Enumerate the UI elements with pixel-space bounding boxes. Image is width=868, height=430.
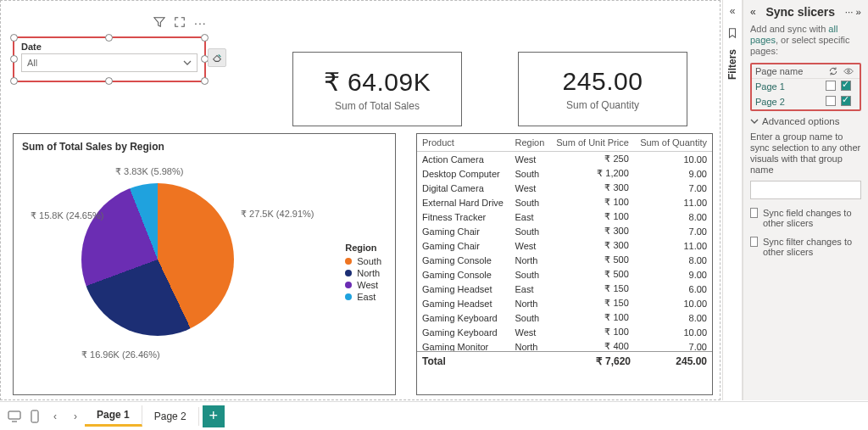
checkbox[interactable] (750, 237, 758, 247)
visible-checkbox[interactable] (841, 96, 851, 106)
filter-icon[interactable] (153, 16, 165, 30)
table-row[interactable]: Gaming Monitor North ₹ 400 7.00 (417, 339, 712, 351)
cell-unit-price: ₹ 100 (550, 310, 634, 325)
total-label: Total (422, 355, 554, 367)
resize-handle[interactable] (10, 34, 18, 42)
page-name[interactable]: Page 2 (755, 97, 826, 107)
table-scroll[interactable]: Product Region Sum of Unit Price Sum of … (417, 134, 712, 351)
table-row[interactable]: Gaming Console South ₹ 500 9.00 (417, 267, 712, 282)
page-tab[interactable]: Page 1 (85, 405, 142, 427)
more-icon[interactable]: ··· (194, 16, 207, 30)
table-header[interactable]: Sum of Quantity (634, 134, 712, 152)
legend-item[interactable]: East (345, 292, 381, 302)
cell-region: West (509, 238, 549, 253)
cell-product: Gaming Monitor (417, 339, 509, 351)
option-label: Sync filter changes to other slicers (763, 237, 861, 257)
table-row[interactable]: Gaming Chair South ₹ 300 7.00 (417, 224, 712, 238)
table-row[interactable]: Gaming Headset East ₹ 150 6.00 (417, 282, 712, 296)
resize-handle[interactable] (105, 34, 113, 42)
focus-mode-icon[interactable] (174, 16, 186, 30)
cell-unit-price: ₹ 300 (550, 181, 634, 195)
table-row[interactable]: Gaming Console North ₹ 500 8.00 (417, 253, 712, 267)
sync-checkbox[interactable] (826, 81, 836, 91)
table-header-row: Product Region Sum of Unit Price Sum of … (417, 134, 712, 152)
table-header[interactable]: Product (417, 134, 509, 152)
table-row[interactable]: Desktop Computer South ₹ 1,200 9.00 (417, 166, 712, 181)
legend-swatch (345, 258, 352, 265)
card-label: Sum of Total Sales (335, 100, 420, 112)
table-header[interactable]: Sum of Unit Price (550, 134, 634, 152)
cell-quantity: 8.00 (634, 209, 712, 224)
table-row[interactable]: Gaming Chair West ₹ 300 11.00 (417, 238, 712, 253)
cell-quantity: 7.00 (634, 224, 712, 238)
cell-region: North (509, 253, 549, 267)
next-page-icon[interactable]: › (66, 407, 85, 426)
cell-region: South (509, 267, 549, 282)
resize-handle[interactable] (10, 55, 18, 63)
table-row[interactable]: Gaming Headset North ₹ 150 10.00 (417, 296, 712, 310)
advanced-options-toggle[interactable]: Advanced options (750, 116, 861, 126)
cell-quantity: 11.00 (634, 195, 712, 209)
table-row[interactable]: Digital Camera West ₹ 300 7.00 (417, 181, 712, 195)
checkbox[interactable] (750, 208, 758, 218)
legend-swatch (345, 293, 352, 300)
date-slicer-visual[interactable]: Date All (13, 36, 206, 82)
page-name-header: Page name (755, 66, 826, 76)
legend-label: East (357, 292, 376, 302)
cell-unit-price: ₹ 1,200 (550, 166, 634, 181)
slicer-dropdown[interactable]: All (21, 53, 198, 72)
cell-quantity: 8.00 (634, 310, 712, 325)
collapse-icon[interactable]: « (750, 6, 756, 18)
card-total-sales[interactable]: ₹ 64.09K Sum of Total Sales (292, 52, 462, 126)
page-name[interactable]: Page 1 (755, 81, 826, 92)
sync-page-row: Page 1 (752, 79, 860, 94)
table-row[interactable]: Action Camera West ₹ 250 10.00 (417, 152, 712, 167)
visual-header-icons: ··· (153, 16, 207, 30)
table-row[interactable]: External Hard Drive South ₹ 100 11.00 (417, 195, 712, 209)
table-visual[interactable]: Product Region Sum of Unit Price Sum of … (416, 133, 713, 395)
report-canvas[interactable]: ··· Date All ₹ 64.09K Sum of Total Sales… (0, 0, 721, 400)
page-tab[interactable]: Page 2 (142, 407, 199, 426)
group-name-input[interactable] (750, 181, 861, 199)
expand-icon[interactable]: « (730, 5, 736, 17)
table-header[interactable]: Region (509, 134, 549, 152)
sync-field-option[interactable]: Sync field changes to other slicers (750, 208, 861, 228)
svg-rect-1 (8, 411, 20, 419)
visible-checkbox[interactable] (841, 81, 851, 91)
table-row[interactable]: Gaming Keyboard South ₹ 100 8.00 (417, 310, 712, 325)
bookmark-icon[interactable] (726, 27, 738, 39)
cell-unit-price: ₹ 100 (550, 325, 634, 339)
sync-checkbox[interactable] (826, 96, 836, 106)
cell-unit-price: ₹ 300 (550, 224, 634, 238)
resize-handle[interactable] (201, 77, 209, 85)
resize-handle[interactable] (10, 77, 18, 85)
clear-slicer-button[interactable] (208, 48, 226, 67)
pie-chart-visual[interactable]: Sum of Total Sales by Region ₹ 27.5K (42… (13, 133, 396, 395)
legend-item[interactable]: South (345, 256, 381, 266)
legend-item[interactable]: West (345, 280, 381, 290)
desktop-layout-icon[interactable] (5, 407, 24, 426)
filters-pane-collapsed[interactable]: « Filters (722, 0, 743, 400)
chevron-down-icon (750, 117, 759, 126)
add-page-button[interactable]: + (203, 405, 225, 427)
table-row[interactable]: Gaming Keyboard West ₹ 100 10.00 (417, 325, 712, 339)
resize-handle[interactable] (201, 34, 209, 42)
pane-more-icon[interactable]: ··· » (845, 7, 861, 17)
resize-handle[interactable] (105, 77, 113, 85)
card-quantity[interactable]: 245.00 Sum of Quantity (518, 52, 687, 126)
cell-region: North (509, 339, 549, 351)
legend-item[interactable]: North (345, 268, 381, 278)
chart-title: Sum of Total Sales by Region (22, 141, 387, 153)
card-label: Sum of Quantity (566, 99, 639, 111)
sync-filter-option[interactable]: Sync filter changes to other slicers (750, 237, 861, 257)
cell-unit-price: ₹ 100 (550, 195, 634, 209)
cell-product: Gaming Console (417, 267, 509, 282)
table-row[interactable]: Fitness Tracker East ₹ 100 8.00 (417, 209, 712, 224)
cell-region: South (509, 310, 549, 325)
pie-chart[interactable] (81, 183, 234, 336)
pie-data-label: ₹ 15.8K (24.65%) (31, 210, 104, 221)
prev-page-icon[interactable]: ‹ (46, 407, 64, 426)
mobile-layout-icon[interactable] (25, 407, 44, 426)
cell-product: Desktop Computer (417, 166, 509, 181)
option-label: Sync field changes to other slicers (763, 208, 861, 228)
